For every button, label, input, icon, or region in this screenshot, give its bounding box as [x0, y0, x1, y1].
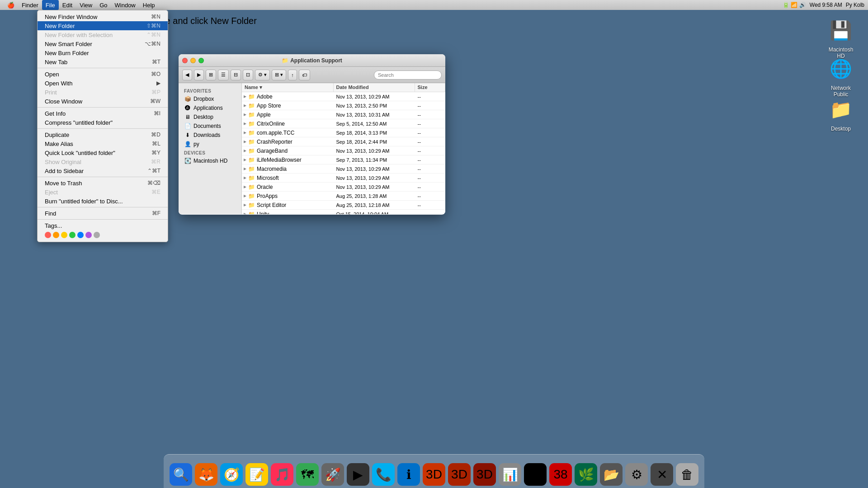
menu-compress[interactable]: Compress "untitled folder" — [38, 118, 168, 127]
back-button[interactable]: ◀ — [182, 70, 192, 80]
dock-terminal[interactable]: ⌨ — [524, 463, 547, 486]
dock-trash[interactable]: 🗑 — [675, 463, 699, 486]
menu-burn-disc[interactable]: Burn "untitled folder" to Disc... — [38, 197, 168, 206]
forward-button[interactable]: ▶ — [194, 70, 204, 80]
menu-duplicate[interactable]: Duplicate ⌘D — [38, 130, 168, 139]
menubar-finder[interactable]: Finder — [18, 0, 42, 10]
menu-print[interactable]: Print ⌘P — [38, 88, 168, 97]
menu-new-tab[interactable]: New Tab ⌘T — [38, 57, 168, 66]
sidebar-item-py[interactable]: 👤 py — [179, 140, 241, 149]
dock-finder2[interactable]: 📂 — [599, 463, 623, 486]
sidebar-item-dropbox[interactable]: 📦 Dropbox — [179, 94, 241, 103]
menu-quick-look[interactable]: Quick Look "untitled folder" ⌘Y — [38, 148, 168, 157]
desktop-icon-sidebar: 🖥 — [184, 113, 191, 121]
column-view-button[interactable]: ⊟ — [231, 70, 241, 80]
tag-green[interactable] — [69, 232, 75, 238]
tag-gray[interactable] — [94, 232, 100, 238]
menu-close-window[interactable]: Close Window ⌘W — [38, 97, 168, 106]
tag-yellow[interactable] — [61, 232, 67, 238]
dock-unity[interactable]: ▶ — [346, 463, 370, 486]
menu-new-finder-window[interactable]: New Finder Window ⌘N — [38, 12, 168, 21]
menubar-view[interactable]: View — [76, 0, 96, 10]
dock-3d2[interactable]: 3D — [448, 463, 471, 486]
window-maximize-button[interactable] — [198, 58, 204, 63]
dock-app2[interactable]: ✕ — [650, 463, 674, 486]
file-row[interactable]: ▶ 📁 iLifeMediaBrowser Sep 7, 2013, 11:34… — [242, 155, 445, 164]
sidebar-item-documents[interactable]: 📄 Documents — [179, 122, 241, 131]
finder-search-input[interactable] — [374, 70, 442, 80]
menubar-help[interactable]: Help — [139, 0, 159, 10]
arrange-button[interactable]: ⊞ ▾ — [272, 70, 286, 80]
menu-eject[interactable]: Eject ⌘E — [38, 188, 168, 197]
menu-tags[interactable]: Tags... — [38, 221, 168, 230]
file-row[interactable]: ▶ 📁 GarageBand Nov 13, 2013, 10:29 AM -- — [242, 146, 445, 155]
menu-new-folder[interactable]: New Folder ⇧⌘N — [38, 21, 168, 30]
dock-firefox[interactable]: 🦊 — [194, 463, 218, 486]
cover-flow-button[interactable]: ⊡ — [243, 70, 253, 80]
window-minimize-button[interactable] — [190, 58, 196, 63]
tag-purple[interactable] — [85, 232, 92, 238]
dock-itunes[interactable]: 🎵 — [270, 463, 294, 486]
menu-move-trash[interactable]: Move to Trash ⌘⌫ — [38, 178, 168, 188]
sidebar-item-downloads[interactable]: ⬇ Downloads — [179, 131, 241, 140]
file-row[interactable]: ▶ 📁 ProApps Aug 25, 2013, 1:28 AM -- — [242, 192, 445, 201]
action-button[interactable]: ⚙ ▾ — [255, 70, 270, 80]
file-row[interactable]: ▶ 📁 Microsoft Nov 13, 2013, 10:29 AM -- — [242, 174, 445, 183]
applications-icon: 🅐 — [184, 104, 191, 112]
menu-add-sidebar[interactable]: Add to Sidebar ⌃⌘T — [38, 166, 168, 175]
menu-open-with[interactable]: Open With ▶ — [38, 79, 168, 88]
edit-tags-button[interactable]: 🏷 — [299, 70, 310, 80]
file-row[interactable]: ▶ 📁 Oracle Nov 13, 2013, 10:29 AM -- — [242, 183, 445, 192]
dock-maps[interactable]: 🗺 — [296, 463, 319, 486]
file-size-cell: -- — [415, 139, 446, 145]
dock-notes[interactable]: 📝 — [245, 463, 269, 486]
dock-38[interactable]: 38 — [549, 463, 572, 486]
desktop-icon-macintosh-hd[interactable]: 💾 Macintosh HD — [823, 16, 859, 60]
sidebar-item-macintosh-hd[interactable]: 💽 Macintosh HD — [179, 156, 241, 165]
tag-red[interactable] — [45, 232, 51, 238]
menu-new-burn-folder[interactable]: New Burn Folder — [38, 48, 168, 57]
share-button[interactable]: ↑ — [288, 70, 297, 80]
menu-make-alias[interactable]: Make Alias ⌘L — [38, 139, 168, 148]
file-row[interactable]: ▶ 📁 Unity Oct 15, 2014, 10:04 AM -- — [242, 210, 445, 214]
file-row[interactable]: ▶ 📁 Script Editor Aug 25, 2013, 12:18 AM… — [242, 201, 445, 210]
file-row[interactable]: ▶ 📁 App Store Nov 13, 2013, 2:50 PM -- — [242, 101, 445, 110]
menubar-go[interactable]: Go — [96, 0, 111, 10]
dock-3d1[interactable]: 3D — [422, 463, 446, 486]
dock-3d3[interactable]: 3D — [473, 463, 496, 486]
menu-show-original[interactable]: Show Original ⌘R — [38, 157, 168, 166]
file-row[interactable]: ▶ 📁 Macromedia Nov 13, 2013, 10:29 AM -- — [242, 164, 445, 174]
menu-new-folder-selection[interactable]: New Folder with Selection ⌃⌘N — [38, 30, 168, 39]
file-name: Script Editor — [257, 202, 286, 208]
list-view-button[interactable]: ☰ — [218, 70, 229, 80]
dock-skype[interactable]: 📞 — [372, 463, 395, 486]
sidebar-item-applications[interactable]: 🅐 Applications — [179, 103, 241, 113]
desktop-icon-network-public[interactable]: 🌐 Network Public — [823, 54, 859, 98]
menubar-edit[interactable]: Edit — [59, 0, 76, 10]
tag-orange[interactable] — [53, 232, 59, 238]
file-row[interactable]: ▶ 📁 Apple Nov 13, 2013, 10:31 AM -- — [242, 110, 445, 119]
sidebar-item-desktop[interactable]: 🖥 Desktop — [179, 113, 241, 122]
file-row[interactable]: ▶ 📁 com.apple.TCC Sep 18, 2014, 3:13 PM … — [242, 128, 445, 137]
menu-get-info[interactable]: Get Info ⌘I — [38, 109, 168, 118]
dock-safari[interactable]: 🧭 — [220, 463, 243, 486]
apple-menu[interactable]: 🍎 — [4, 0, 18, 10]
menu-new-smart-folder[interactable]: New Smart Folder ⌥⌘N — [38, 39, 168, 48]
dock-info[interactable]: ℹ — [397, 463, 420, 486]
dock-activity[interactable]: 📊 — [498, 463, 522, 486]
dock-launchpad[interactable]: 🚀 — [321, 463, 344, 486]
icon-view-button[interactable]: ⊞ — [206, 70, 216, 80]
menu-open[interactable]: Open ⌘O — [38, 70, 168, 79]
dock-finder[interactable]: 🔍 — [169, 463, 193, 486]
window-close-button[interactable] — [182, 58, 188, 63]
menubar-file[interactable]: File — [42, 0, 59, 10]
dock-system-prefs[interactable]: ⚙ — [625, 463, 648, 486]
menubar-window[interactable]: Window — [111, 0, 139, 10]
file-row[interactable]: ▶ 📁 CitrixOnline Sep 5, 2014, 12:50 AM -… — [242, 119, 445, 128]
file-row[interactable]: ▶ 📁 Adobe Nov 13, 2013, 10:29 AM -- — [242, 92, 445, 101]
file-row[interactable]: ▶ 📁 CrashReporter Sep 18, 2014, 2:44 PM … — [242, 137, 445, 146]
dock-wireless[interactable]: 🌿 — [574, 463, 598, 486]
tag-blue[interactable] — [77, 232, 84, 238]
desktop-icon-desktop[interactable]: 📁 Desktop — [823, 95, 859, 132]
menu-find[interactable]: Find ⌘F — [38, 209, 168, 218]
